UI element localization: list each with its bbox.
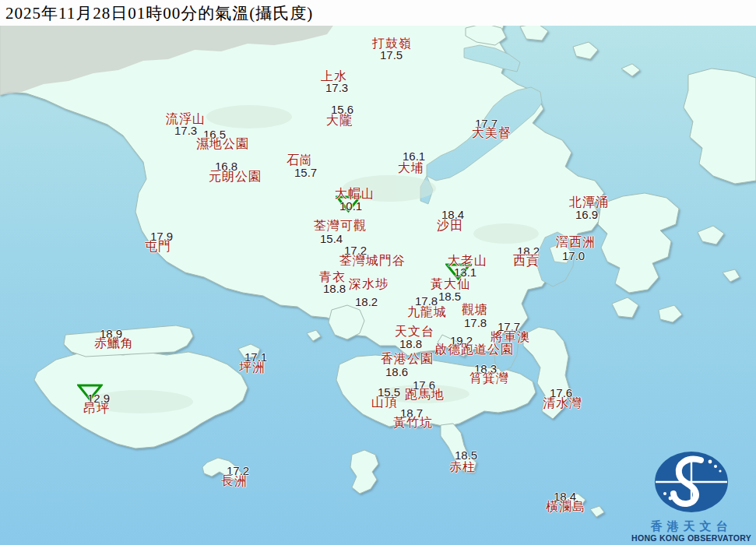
station-name: 香港公園 [381,353,434,365]
station-temp-value: 16.1 [403,150,425,162]
station-name: 橫瀾島 [546,501,585,513]
station-temp-value: 18.8 [399,338,422,350]
hko-logo: 香港天文台 HONG KONG OBSERVATORY [630,450,753,543]
station-name: 昂坪 [83,403,110,415]
station-name: 深水埗 [349,278,389,290]
station-temp-value: 18.2 [355,296,378,308]
station-temp-value: 18.6 [385,366,408,378]
hko-logo-emblem [651,450,732,517]
station-name: 跑馬地 [405,389,445,401]
station-name: 九龍城 [407,306,447,318]
title-bar: 2025年11月28日01時00分的氣溫(攝氏度) [0,0,756,26]
station-name: 荃灣可觀 [314,220,367,232]
weather-map-page: 2025年11月28日01時00分的氣溫(攝氏度) 17.5打鼓嶺17.3上水1… [0,0,756,545]
station-name: 北潭涌 [569,196,609,209]
station-temp-value: 16.9 [575,209,598,220]
station-name: 大埔 [398,162,424,174]
station-name: 長洲 [221,475,248,487]
station-name: 山頂 [371,396,398,409]
station-name: 青衣 [319,271,346,283]
page-title: 2025年11月28日01時00分的氣溫(攝氏度) [5,2,313,24]
station-name: 元朗公園 [209,171,262,183]
station-name: 坪洲 [239,361,265,374]
hko-logo-chinese: 香港天文台 [630,520,753,533]
station-temp-value: 17.0 [562,250,585,262]
station-name: 黃大仙 [431,278,470,290]
station-name: 赤鱲角 [94,337,134,350]
station-name: 屯門 [145,241,171,253]
station-name: 沙田 [437,220,463,232]
station-temp-value: 17.8 [464,317,487,329]
station-temp-value: 15.4 [320,233,343,244]
station-temp-value: 18.8 [323,283,346,294]
station-name: 大老山 [448,255,487,267]
station-temp-value: 13.1 [454,266,476,278]
hko-logo-english: HONG KONG OBSERVATORY [630,533,753,543]
station-name: 大美督 [472,127,512,139]
station-temp-value: 17.3 [325,82,348,93]
station-name: 大隴 [326,114,353,127]
station-name: 黃竹坑 [393,417,433,429]
station-name: 西貢 [513,255,540,267]
station-name: 荃灣城門谷 [339,255,406,267]
station-name: 滘西洲 [556,236,596,248]
station-name: 濕地公園 [196,138,249,150]
station-temp-value: 18.5 [438,290,461,302]
station-name: 筲箕灣 [469,372,509,385]
station-temp-value: 10.1 [339,200,362,212]
station-name: 清水灣 [543,397,582,410]
station-name: 打鼓嶺 [372,37,412,50]
station-temp-value: 17.5 [380,49,403,61]
station-name: 上水 [321,70,347,83]
station-name: 石崗 [287,154,313,167]
station-name: 流浮山 [166,113,206,125]
station-name: 大帽山 [335,188,374,200]
station-name: 觀塘 [462,304,488,316]
station-temp-value: 17.3 [174,125,197,136]
station-name: 天文台 [395,325,434,338]
station-name: 赤柱 [449,461,476,473]
station-temp-value: 18.5 [455,449,477,461]
station-temp-value: 15.7 [294,167,317,178]
station-name: 啟德跑道公園 [434,343,514,356]
station-name: 將軍澳 [491,331,530,343]
